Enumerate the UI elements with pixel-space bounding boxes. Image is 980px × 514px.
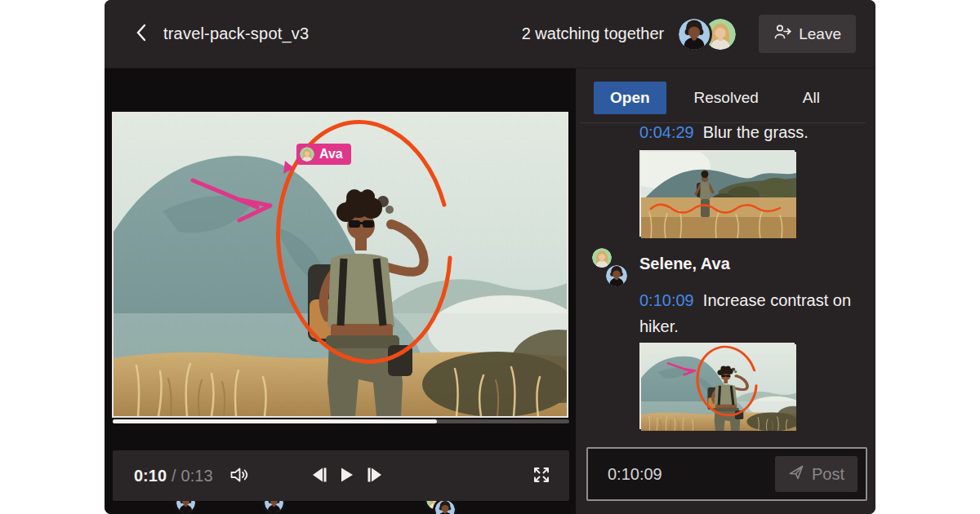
- post-button[interactable]: Post: [775, 456, 858, 492]
- video-review-app: travel-pack-spot_v3 2 watching together: [105, 0, 875, 514]
- next-frame-button[interactable]: [363, 450, 387, 501]
- comment-item[interactable]: 0:04:29 Blur the grass.: [639, 119, 856, 145]
- current-time: 0:10: [134, 467, 167, 485]
- time-separator: /: [172, 467, 176, 485]
- thumbnail-frame-hiker: [641, 344, 796, 431]
- video-canvas[interactable]: Ava: [112, 112, 568, 418]
- tab-all[interactable]: All: [786, 82, 836, 114]
- comment-thumbnail[interactable]: [639, 150, 795, 237]
- timeline-scrubber[interactable]: [113, 416, 569, 429]
- comment-timestamp[interactable]: 0:10:09: [639, 291, 694, 309]
- comment-composer: Post: [586, 447, 867, 501]
- tab-open[interactable]: Open: [594, 82, 666, 114]
- top-bar: travel-pack-spot_v3 2 watching together: [105, 0, 875, 69]
- fullscreen-button[interactable]: [528, 450, 555, 501]
- comments-panel: Open Resolved All 0:04:29 Blur the grass…: [576, 69, 875, 514]
- timeline-progress: [113, 419, 437, 423]
- collaborator-cursor-label: Ava: [296, 144, 351, 165]
- avatar-woman-green: [300, 147, 314, 162]
- paper-plane-icon: [788, 464, 804, 485]
- duration: 0:13: [181, 467, 213, 485]
- chevron-left-icon: [136, 24, 147, 44]
- playback-controls: 0:10 / 0:13: [113, 450, 569, 501]
- comment-thumbnail[interactable]: [639, 343, 795, 429]
- page-title: travel-pack-spot_v3: [163, 24, 309, 43]
- person-leave-icon: [773, 23, 791, 45]
- avatar-woman-blue: [435, 500, 455, 514]
- avatar-woman-blue: [679, 19, 710, 50]
- avatar-woman-green: [592, 248, 612, 268]
- avatar-woman-blue: [606, 265, 627, 286]
- comment-input[interactable]: [606, 464, 775, 485]
- play-button[interactable]: [335, 450, 359, 501]
- time-display: 0:10 / 0:13: [134, 450, 213, 501]
- back-button[interactable]: [131, 24, 152, 45]
- speaker-icon: [229, 466, 249, 486]
- comment-item[interactable]: 0:10:09 Increase contrast on hiker.: [639, 287, 856, 339]
- expand-icon: [532, 466, 550, 486]
- comment-filter-tabs: Open Resolved All: [594, 82, 836, 114]
- tab-resolved[interactable]: Resolved: [678, 82, 775, 114]
- thumbnail-frame-grass: [641, 152, 796, 238]
- page: travel-pack-spot_v3 2 watching together: [0, 0, 980, 514]
- watching-avatars: [679, 19, 736, 50]
- comment-text: Blur the grass.: [703, 123, 808, 141]
- player-section: Ava 0:10 /: [105, 69, 576, 514]
- volume-button[interactable]: [225, 450, 253, 501]
- collaborator-name: Ava: [319, 147, 343, 162]
- leave-label: Leave: [799, 25, 841, 43]
- leave-button[interactable]: Leave: [759, 15, 856, 53]
- post-label: Post: [812, 465, 844, 484]
- watching-count: 2 watching together: [522, 24, 665, 43]
- next-frame-icon: [366, 467, 384, 485]
- comment-authors: Selene, Ava: [639, 255, 730, 273]
- comment-avatar-cluster: [592, 248, 631, 289]
- comment-timestamp[interactable]: 0:04:29: [639, 123, 694, 141]
- play-icon: [340, 467, 354, 485]
- collaborator-cursor-icon: [283, 161, 296, 175]
- previous-frame-button[interactable]: [307, 450, 332, 501]
- previous-frame-icon: [310, 467, 328, 485]
